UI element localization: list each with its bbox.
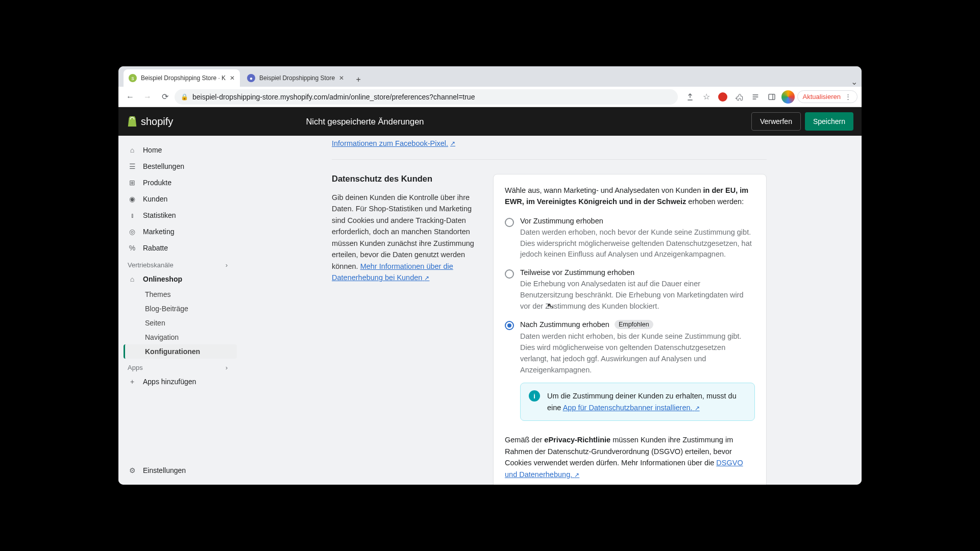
external-link-icon: ↗: [695, 405, 700, 412]
chevron-right-icon[interactable]: ›: [226, 364, 228, 371]
radio-option-after[interactable]: Nach Zustimmung erhoben Empfohlen Daten …: [505, 320, 755, 421]
external-link-icon: ↗: [424, 274, 429, 282]
banner-app-link[interactable]: App für Datenschutzbanner installieren. …: [563, 404, 700, 412]
favicon-icon: ●: [247, 74, 255, 82]
radio-option-partial[interactable]: Teilweise vor Zustimmung erhoben Die Erh…: [505, 268, 755, 312]
unsaved-changes-label: Nicht gespeicherte Änderungen: [173, 117, 747, 127]
bookmark-star-icon[interactable]: ☆: [699, 90, 714, 104]
privacy-card-intro: Wähle aus, wann Marketing- und Analyseda…: [505, 185, 755, 208]
plus-icon: +: [128, 378, 137, 386]
radio-label: Vor Zustimmung erhoben: [520, 217, 755, 225]
tab-close-icon[interactable]: ✕: [230, 74, 235, 82]
discard-button[interactable]: Verwerfen: [751, 112, 801, 131]
nav-customers[interactable]: ◉Kunden: [118, 191, 237, 207]
tabs-dropdown-icon[interactable]: ⌄: [846, 77, 862, 87]
analytics-icon: ⫾: [128, 211, 137, 219]
facebook-pixel-link[interactable]: Informationen zum Facebook-Pixel. ↗: [332, 139, 455, 147]
save-button[interactable]: Speichern: [805, 112, 853, 131]
nav-orders[interactable]: ☰Bestellungen: [118, 158, 237, 174]
update-label: Aktualisieren: [803, 93, 841, 101]
customers-icon: ◉: [128, 195, 137, 203]
subnav-preferences[interactable]: Konfigurationen: [124, 344, 237, 359]
recommended-badge: Empfohlen: [615, 320, 653, 329]
side-panel-icon[interactable]: [765, 90, 779, 104]
browser-update-button[interactable]: Aktualisieren ⋮: [797, 90, 857, 103]
radio-label: Teilweise vor Zustimmung erhoben: [520, 268, 755, 277]
nav-reload-button[interactable]: ⟳: [157, 89, 173, 105]
nav-settings[interactable]: ⚙Einstellungen: [118, 462, 237, 479]
url-input[interactable]: 🔒 beispiel-dropshipping-store.myshopify.…: [175, 89, 678, 105]
home-icon: ⌂: [128, 146, 137, 154]
external-link-icon: ↗: [574, 471, 579, 479]
privacy-card: Wähle aus, wann Marketing- und Analyseda…: [493, 174, 767, 485]
divider: [332, 159, 767, 160]
subnav-blog[interactable]: Blog-Beiträge: [141, 302, 237, 316]
marketing-icon: ◎: [128, 228, 137, 236]
shopify-logo[interactable]: shopify: [127, 115, 173, 128]
radio-option-before[interactable]: Vor Zustimmung erhoben Daten werden erho…: [505, 217, 755, 260]
subnav-navigation[interactable]: Navigation: [141, 330, 237, 344]
privacy-section-description: Datenschutz des Kunden Gib deinen Kunden…: [332, 174, 475, 485]
tab-title: Beispiel Dropshipping Store: [259, 74, 335, 82]
logo-text: shopify: [141, 116, 173, 128]
extension-red-icon[interactable]: [716, 90, 730, 104]
radio-description: Daten werden nicht erhoben, bis der Kund…: [520, 331, 755, 375]
sales-channels-header: Vertriebskanäle ›: [118, 256, 237, 271]
main-content[interactable]: Informationen zum Facebook-Pixel. ↗ Date…: [237, 136, 862, 485]
onlineshop-icon: ⌂: [128, 275, 137, 283]
nav-home[interactable]: ⌂Home: [118, 142, 237, 158]
nav-marketing[interactable]: ◎Marketing: [118, 223, 237, 240]
nav-onlineshop[interactable]: ⌂Onlineshop: [118, 271, 237, 287]
radio-label: Nach Zustimmung erhoben Empfohlen: [520, 320, 755, 329]
privacy-title: Datenschutz des Kunden: [332, 174, 475, 184]
nav-analytics[interactable]: ⫾Statistiken: [118, 207, 237, 223]
info-icon: i: [529, 390, 540, 402]
apps-header: Apps ›: [118, 359, 237, 373]
reading-list-icon[interactable]: [748, 90, 763, 104]
eprivacy-note: Gemäß der ePrivacy-Richtlinie müssen Kun…: [505, 434, 755, 480]
radio-description: Daten werden erhoben, noch bevor der Kun…: [520, 227, 755, 260]
browser-window: s Beispiel Dropshipping Store · K ✕ ● Be…: [118, 66, 862, 485]
extensions-icon[interactable]: [732, 90, 746, 104]
profile-avatar[interactable]: [781, 90, 795, 104]
browser-tab-1[interactable]: s Beispiel Dropshipping Store · K ✕: [124, 69, 240, 87]
external-link-icon: ↗: [450, 140, 455, 147]
shopify-bag-icon: [127, 115, 138, 128]
products-icon: ⊞: [128, 179, 137, 187]
svg-rect-0: [769, 94, 775, 99]
browser-tabs: s Beispiel Dropshipping Store · K ✕ ● Be…: [118, 66, 862, 87]
subnav-themes[interactable]: Themes: [141, 287, 237, 302]
tab-title: Beispiel Dropshipping Store · K: [141, 74, 226, 82]
nav-add-apps[interactable]: +Apps hinzufügen: [118, 373, 237, 390]
subnav-pages[interactable]: Seiten: [141, 316, 237, 330]
sidebar: ⌂Home ☰Bestellungen ⊞Produkte ◉Kunden ⫾S…: [118, 136, 237, 485]
new-tab-button[interactable]: +: [351, 72, 365, 87]
nav-forward-button: →: [140, 89, 155, 105]
radio-description: Die Erhebung von Analysedaten ist auf di…: [520, 279, 755, 312]
nav-products[interactable]: ⊞Produkte: [118, 174, 237, 191]
share-icon[interactable]: [683, 90, 697, 104]
tab-close-icon[interactable]: ✕: [339, 74, 344, 82]
orders-icon: ☰: [128, 162, 137, 170]
chevron-right-icon[interactable]: ›: [226, 261, 228, 269]
gear-icon: ⚙: [128, 466, 137, 474]
banner-text: Um die Zustimmung deiner Kunden zu erhal…: [547, 390, 746, 413]
privacy-description: Gib deinen Kunden die Kontrolle über ihr…: [332, 192, 475, 284]
favicon-shopify-icon: s: [129, 74, 137, 82]
lock-icon: 🔒: [181, 93, 188, 101]
browser-tab-2[interactable]: ● Beispiel Dropshipping Store ✕: [242, 69, 349, 87]
radio-input[interactable]: [505, 269, 514, 279]
radio-input-selected[interactable]: [505, 321, 514, 330]
radio-input[interactable]: [505, 218, 514, 227]
nav-back-button[interactable]: ←: [122, 89, 138, 105]
menu-dots-icon[interactable]: ⋮: [845, 93, 852, 101]
discounts-icon: %: [128, 244, 137, 252]
url-text: beispiel-dropshipping-store.myshopify.co…: [192, 93, 475, 101]
nav-discounts[interactable]: %Rabatte: [118, 240, 237, 256]
info-banner: i Um die Zustimmung deiner Kunden zu erh…: [520, 383, 755, 421]
shopify-topbar: shopify Nicht gespeicherte Änderungen Ve…: [118, 107, 862, 136]
address-bar: ← → ⟳ 🔒 beispiel-dropshipping-store.mysh…: [118, 87, 862, 107]
